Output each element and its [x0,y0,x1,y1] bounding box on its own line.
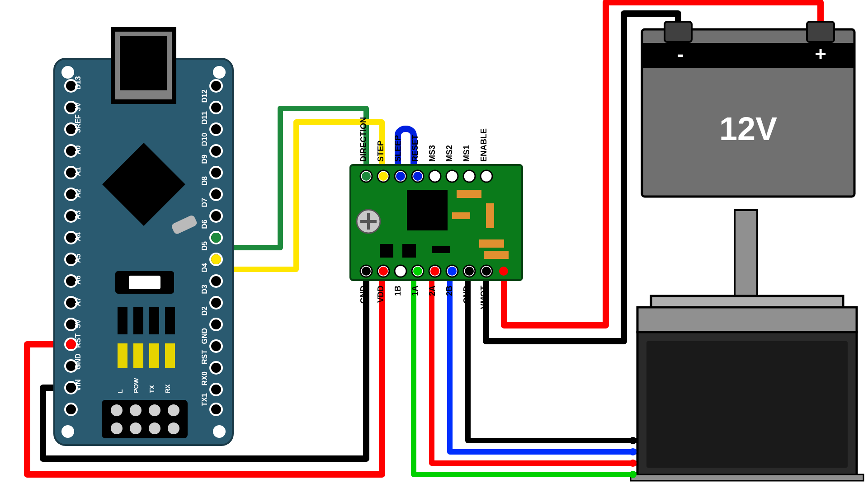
svg-text:GND: GND [359,286,368,304]
svg-rect-134 [479,239,504,248]
svg-point-75 [210,319,222,330]
svg-point-169 [629,437,637,444]
svg-point-68 [210,167,222,178]
svg-rect-163 [735,210,757,310]
arduino-nano: L POW TX RX D13 3V 3REF [54,27,233,445]
svg-text:-: - [677,43,684,65]
svg-rect-13 [133,307,143,334]
svg-rect-139 [452,212,470,219]
svg-text:D2: D2 [201,306,208,316]
svg-point-107 [481,170,492,182]
svg-text:TX: TX [148,385,156,393]
svg-text:MS2: MS2 [445,145,454,162]
svg-rect-137 [402,244,416,258]
battery-12v: - + 12V [642,22,854,197]
svg-text:SLEEP: SLEEP [393,135,402,162]
svg-text:12V: 12V [719,111,777,147]
svg-point-1 [61,66,74,79]
svg-point-172 [629,471,637,478]
svg-point-171 [629,460,637,467]
svg-text:RESET: RESET [410,135,420,162]
svg-text:ENABLE: ENABLE [479,128,488,162]
svg-text:D10: D10 [201,133,208,146]
svg-point-104 [429,170,441,182]
svg-point-98 [211,254,221,264]
wire-2b [468,276,635,441]
svg-point-26 [129,404,142,417]
svg-rect-16 [118,343,127,368]
svg-point-114 [395,265,406,277]
svg-point-127 [499,267,508,276]
svg-rect-14 [149,307,159,334]
svg-text:A6: A6 [74,275,82,285]
svg-text:A1: A1 [74,167,82,176]
svg-rect-135 [484,251,509,259]
svg-text:A3: A3 [74,210,82,220]
svg-point-67 [210,145,222,157]
svg-text:D3: D3 [201,285,208,294]
svg-text:A2: A2 [74,188,82,198]
svg-point-66 [210,123,222,135]
svg-text:D8: D8 [201,176,208,186]
svg-rect-15 [165,307,175,334]
svg-text:D12: D12 [201,89,208,103]
svg-point-97 [211,233,221,243]
svg-text:2B: 2B [445,286,454,296]
svg-point-105 [446,170,458,182]
svg-point-76 [210,340,222,352]
svg-rect-7 [120,36,167,90]
svg-point-31 [148,422,161,435]
svg-text:D5: D5 [201,241,208,251]
svg-point-121 [379,267,388,276]
svg-text:VDD: VDD [376,286,385,303]
svg-text:A4: A4 [74,232,82,241]
svg-text:3V: 3V [74,102,82,111]
svg-point-123 [430,267,439,276]
svg-text:D7: D7 [201,198,208,207]
svg-point-28 [167,404,180,417]
svg-rect-165 [637,307,857,332]
wire-d5-direction [215,108,366,248]
svg-point-25 [110,404,123,417]
svg-point-70 [210,210,222,222]
svg-text:RX: RX [164,384,171,393]
svg-text:VMOT: VMOT [479,286,488,309]
svg-rect-132 [457,190,481,198]
svg-rect-158 [665,22,692,42]
svg-text:POW: POW [132,378,140,393]
svg-point-64 [210,80,222,92]
svg-text:1B: 1B [393,286,402,296]
svg-point-96 [66,383,76,393]
svg-point-124 [448,267,457,276]
svg-point-108 [362,172,371,181]
svg-rect-138 [432,246,450,253]
svg-text:1A: 1A [410,286,420,296]
svg-rect-18 [149,343,159,368]
svg-point-170 [629,448,637,455]
svg-text:D11: D11 [201,111,208,124]
svg-point-27 [148,404,161,417]
svg-text:D13: D13 [74,76,82,89]
svg-point-3 [61,425,74,438]
svg-text:STEP: STEP [376,141,385,162]
svg-point-78 [210,384,222,395]
svg-text:2A: 2A [428,286,437,296]
svg-text:D9: D9 [201,155,208,164]
svg-point-77 [210,362,222,374]
svg-point-95 [66,339,76,349]
svg-rect-136 [380,244,393,258]
svg-text:L: L [117,389,124,393]
svg-point-30 [129,422,142,435]
svg-text:RST: RST [201,350,208,364]
svg-point-120 [362,267,371,276]
svg-text:5V: 5V [74,319,82,328]
svg-text:RX0: RX0 [201,371,208,385]
svg-point-2 [213,66,226,79]
svg-text:GND: GND [74,353,82,370]
svg-text:MS3: MS3 [428,145,437,162]
svg-point-65 [210,102,222,113]
svg-text:A7: A7 [74,297,82,306]
svg-point-111 [413,172,422,181]
svg-rect-159 [807,22,834,42]
svg-rect-19 [165,343,175,368]
